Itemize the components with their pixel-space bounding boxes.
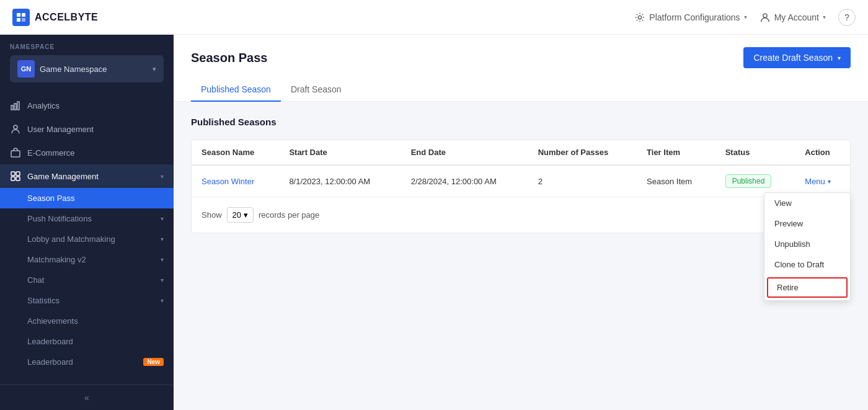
cell-season-name: Season Winter <box>192 165 279 197</box>
svg-rect-12 <box>16 172 20 176</box>
gear-icon <box>634 12 645 23</box>
tab-published-season[interactable]: Published Season <box>191 78 281 102</box>
create-btn-label: Create Draft Season <box>753 53 833 63</box>
create-draft-season-button[interactable]: Create Draft Season ▾ <box>743 47 851 68</box>
platform-config-btn[interactable]: Platform Configurations ▾ <box>634 12 746 23</box>
table-row: Season Winter 8/1/2023, 12:00:00 AM 2/28… <box>192 165 850 197</box>
sidebar: NAMESPACE GN Game Namespace ▾ Analytics <box>0 35 174 410</box>
cell-num-passes: 2 <box>528 165 637 197</box>
sidebar-item-lobby-matchmaking[interactable]: Lobby and Matchmaking ▾ <box>0 229 174 249</box>
lobby-matchmaking-label: Lobby and Matchmaking <box>27 234 115 244</box>
leaderboard-new-label: Leaderboard <box>27 357 73 367</box>
content-area: Season Pass Create Draft Season ▾ Publis… <box>174 35 868 410</box>
page-title: Season Pass <box>191 51 267 65</box>
namespace-label: NAMESPACE <box>10 43 164 50</box>
svg-rect-10 <box>11 151 20 157</box>
season-pass-label: Season Pass <box>27 194 75 203</box>
menu-item-preview[interactable]: Preview <box>764 213 850 234</box>
svg-rect-8 <box>17 102 19 110</box>
svg-rect-6 <box>11 105 13 110</box>
show-label: Show <box>202 210 222 220</box>
sidebar-item-achievements[interactable]: Achievements <box>0 311 174 331</box>
col-num-passes: Number of Passes <box>528 140 637 165</box>
table-header-row: Season Name Start Date End Date Number o… <box>192 140 850 165</box>
sidebar-item-user-management[interactable]: User Management <box>0 117 174 141</box>
my-account-btn[interactable]: My Account ▾ <box>760 12 826 23</box>
namespace-selector[interactable]: GN Game Namespace ▾ <box>10 55 164 82</box>
col-tier-item: Tier Item <box>637 140 715 165</box>
namespace-section: NAMESPACE GN Game Namespace ▾ <box>0 35 174 89</box>
tab-draft-season[interactable]: Draft Season <box>281 78 352 102</box>
user-icon <box>760 12 771 23</box>
svg-rect-13 <box>11 177 15 180</box>
section-title: Published Seasons <box>191 117 851 127</box>
svg-rect-0 <box>17 13 20 17</box>
store-icon <box>10 147 21 158</box>
cell-start-date: 8/1/2023, 12:00:00 AM <box>279 165 401 197</box>
my-account-label: My Account <box>774 12 819 22</box>
svg-point-9 <box>14 125 17 129</box>
grid-icon <box>10 171 21 182</box>
sidebar-item-push-notifications[interactable]: Push Notifications ▾ <box>0 208 174 229</box>
menu-item-unpublish[interactable]: Unpublish <box>764 234 850 254</box>
user-management-label: User Management <box>27 125 164 134</box>
seasons-table: Season Name Start Date End Date Number o… <box>192 140 850 197</box>
season-winter-link[interactable]: Season Winter <box>202 177 254 186</box>
svg-rect-1 <box>22 13 25 17</box>
cell-end-date: 2/28/2024, 12:00:00 AM <box>401 165 528 197</box>
chart-icon <box>10 100 21 111</box>
help-button[interactable]: ? <box>838 9 856 26</box>
records-select-chevron: ▾ <box>244 210 248 220</box>
collapse-icon: « <box>84 393 89 403</box>
sidebar-item-matchmaking-v2[interactable]: Matchmaking v2 ▾ <box>0 249 174 270</box>
push-notifications-chevron: ▾ <box>161 215 164 222</box>
records-value: 20 <box>232 210 241 220</box>
sidebar-item-ecommerce[interactable]: E-Commerce <box>0 141 174 164</box>
col-start-date: Start Date <box>279 140 401 165</box>
content-header: Season Pass Create Draft Season ▾ Publis… <box>174 35 868 102</box>
chat-label: Chat <box>27 275 44 285</box>
statistics-chevron: ▾ <box>161 297 164 304</box>
col-end-date: End Date <box>401 140 528 165</box>
menu-item-view[interactable]: View <box>764 193 850 213</box>
platform-config-chevron: ▾ <box>744 14 747 20</box>
my-account-chevron: ▾ <box>823 14 826 20</box>
tabs: Published Season Draft Season <box>191 78 851 101</box>
lobby-matchmaking-chevron: ▾ <box>161 236 164 243</box>
svg-rect-11 <box>11 172 15 176</box>
sidebar-item-chat[interactable]: Chat ▾ <box>0 270 174 290</box>
statistics-label: Statistics <box>27 296 60 305</box>
namespace-name: Game Namespace <box>40 65 148 74</box>
sidebar-nav: Analytics User Management <box>0 89 174 385</box>
sidebar-item-leaderboard-new[interactable]: Leaderboard New <box>0 352 174 372</box>
svg-point-5 <box>763 14 766 17</box>
sidebar-item-analytics[interactable]: Analytics <box>0 94 174 117</box>
create-btn-chevron: ▾ <box>838 55 841 61</box>
svg-rect-2 <box>17 18 20 22</box>
svg-rect-14 <box>16 177 20 180</box>
pagination-row: Show 20 ▾ records per page <box>192 197 850 233</box>
sidebar-item-leaderboard[interactable]: Leaderboard <box>0 331 174 352</box>
records-per-page-select[interactable]: 20 ▾ <box>227 207 254 223</box>
svg-rect-3 <box>22 18 25 22</box>
new-badge: New <box>143 358 164 366</box>
game-management-chevron: ▾ <box>161 173 164 180</box>
action-dropdown-menu: View Preview Unpublish Clone to Draft Re… <box>764 192 851 301</box>
svg-rect-7 <box>14 104 16 110</box>
action-menu-button[interactable]: Menu ▾ <box>805 177 840 186</box>
ecommerce-label: E-Commerce <box>27 148 164 158</box>
sidebar-item-game-management[interactable]: Game Management ▾ <box>0 164 174 188</box>
sidebar-collapse-btn[interactable]: « <box>0 385 174 410</box>
logo-area: ACCELBYTE <box>12 9 98 26</box>
matchmaking-v2-chevron: ▾ <box>161 256 164 263</box>
app-logo-text: ACCELBYTE <box>35 12 98 23</box>
menu-item-retire[interactable]: Retire <box>767 277 848 298</box>
sidebar-item-statistics[interactable]: Statistics ▾ <box>0 290 174 311</box>
sidebar-item-season-pass[interactable]: Season Pass <box>0 188 174 208</box>
menu-item-clone-to-draft[interactable]: Clone to Draft <box>764 254 850 275</box>
namespace-chevron: ▾ <box>153 65 156 73</box>
col-action: Action <box>795 140 850 165</box>
namespace-badge: GN <box>17 60 35 78</box>
main-layout: NAMESPACE GN Game Namespace ▾ Analytics <box>0 35 868 410</box>
push-notifications-label: Push Notifications <box>27 214 92 223</box>
